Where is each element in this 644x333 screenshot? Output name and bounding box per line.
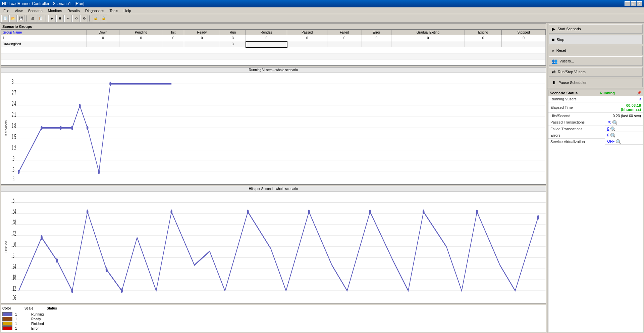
minimize-button[interactable]: ─ xyxy=(625,1,630,6)
reset-button[interactable]: « Reset xyxy=(549,46,643,55)
col-init: Init xyxy=(163,30,184,35)
status-val-service-virtualization[interactable]: OFF xyxy=(607,139,614,143)
svg-text:2.1: 2.1 xyxy=(12,111,16,118)
run-stop-label: Run/Stop Vusers... xyxy=(558,70,589,74)
chart2-body: Hits/Sec xyxy=(1,192,546,302)
menu-tools[interactable]: Tools xyxy=(108,8,120,13)
scenario-groups-title: Scenario Groups xyxy=(1,24,546,30)
status-val-failed-transactions[interactable]: 0 xyxy=(607,127,609,131)
status-row-elapsed-time: Elapsed Time 00:03:18 (hh:mm:ss) xyxy=(548,102,643,113)
svg-point-20 xyxy=(41,126,43,130)
scenario-groups-panel: Scenario Groups Group Name Down Pending … xyxy=(1,23,546,66)
scenario-groups-table: Group Name Down Pending Init Ready Run R… xyxy=(1,30,546,65)
menu-view[interactable]: View xyxy=(13,8,25,13)
menu-scenario[interactable]: Scenario xyxy=(26,8,44,13)
svg-text:.24: .24 xyxy=(12,262,16,271)
play-icon: ▶ xyxy=(552,26,555,32)
svg-point-22 xyxy=(71,126,73,130)
svg-text:1.8: 1.8 xyxy=(12,122,16,129)
vusers-label: Vusers... xyxy=(559,59,574,63)
svg-point-58 xyxy=(537,215,539,220)
svg-text:2.7: 2.7 xyxy=(12,89,16,96)
status-label-elapsed-time: Elapsed Time xyxy=(548,102,605,113)
svg-point-46 xyxy=(41,235,43,240)
svg-point-49 xyxy=(87,209,89,214)
status-label-errors: Errors xyxy=(548,132,605,138)
legend-scale-ready: 1 xyxy=(15,317,29,321)
pause-icon: ⏸ xyxy=(552,80,556,85)
status-row-hits-second: Hits/Second 0.23 (last 60 sec) xyxy=(548,113,643,119)
stop-button[interactable]: ■ Stop xyxy=(549,35,643,44)
status-table: Running Vusers 3 Elapsed Time 00:03:18 (… xyxy=(548,96,643,145)
menu-help[interactable]: Help xyxy=(121,8,133,13)
svg-point-54 xyxy=(308,209,310,214)
left-panel: Scenario Groups Group Name Down Pending … xyxy=(0,23,547,333)
close-button[interactable]: ✕ xyxy=(637,1,642,6)
toolbar-btn5[interactable]: 📋 xyxy=(37,15,44,22)
toolbar-new[interactable]: 📄 xyxy=(1,15,9,22)
table-row xyxy=(1,59,546,65)
running-vusers-chart: Running Vusers - whole scenario # of Vus… xyxy=(1,67,546,185)
svg-point-57 xyxy=(476,209,478,214)
status-label-service-virtualization: Service Virtualization xyxy=(548,138,605,145)
svg-text:1.2: 1.2 xyxy=(12,144,16,151)
legend-color-finished xyxy=(2,322,12,326)
charts-area: Running Vusers - whole scenario # of Vus… xyxy=(0,66,547,333)
toolbar-btn9[interactable]: ⟲ xyxy=(72,15,80,22)
menu-results[interactable]: Results xyxy=(65,8,82,13)
status-panel-title: Scenario Status xyxy=(550,91,578,95)
pin-icon[interactable]: 📌 xyxy=(637,91,642,95)
status-val-passed-transactions[interactable]: 70 xyxy=(607,120,611,124)
legend-status-ready: Ready xyxy=(31,317,41,321)
toolbar-btn4[interactable]: 🖨 xyxy=(29,15,36,22)
svg-text:.6: .6 xyxy=(12,196,14,204)
svg-point-50 xyxy=(106,268,108,272)
vusers-button[interactable]: 👥 Vusers... xyxy=(549,56,643,66)
legend-color-error xyxy=(2,326,12,330)
app-title: HP LoadRunner Controller - Scenario1 - [… xyxy=(2,1,84,6)
toolbar-btn11[interactable]: 🔒 xyxy=(92,15,99,22)
start-scenario-button[interactable]: ▶ Start Scenario xyxy=(549,24,643,34)
svg-text:.48: .48 xyxy=(12,218,16,227)
stop-icon: ■ xyxy=(552,37,554,42)
search-errors-icon[interactable]: 🔍 xyxy=(610,133,614,137)
status-row-errors: Errors 0 🔍 xyxy=(548,132,643,138)
maximize-button[interactable]: □ xyxy=(631,1,636,6)
status-val-errors[interactable]: 0 xyxy=(607,133,609,137)
menu-diagnostics[interactable]: Diagnostics xyxy=(83,8,106,13)
legend-col-color: Color xyxy=(2,306,11,310)
reset-icon: « xyxy=(552,48,554,53)
stop-label: Stop xyxy=(556,38,564,42)
table-row xyxy=(1,47,546,53)
svg-point-26 xyxy=(109,82,111,86)
toolbar-btn7[interactable]: ⏹ xyxy=(56,15,64,22)
toolbar-save[interactable]: 💾 xyxy=(17,15,25,22)
legend-scale-finished: 1 xyxy=(15,322,29,326)
status-label-passed-transactions: Passed Transactions xyxy=(548,119,605,126)
col-failed: Failed xyxy=(327,30,362,35)
legend-status-finished: Finished xyxy=(31,322,44,326)
toolbar-btn12[interactable]: 🔓 xyxy=(100,15,107,22)
run-stop-vusers-button[interactable]: ⇄ Run/Stop Vusers... xyxy=(549,67,643,77)
svg-point-24 xyxy=(87,126,89,130)
legend-status-running: Running xyxy=(31,313,44,316)
toolbar-btn8[interactable]: ↩ xyxy=(64,15,72,22)
vusers-icon: 👥 xyxy=(552,58,557,64)
menu-bar: File View Scenario Monitors Results Diag… xyxy=(0,7,644,14)
toolbar-btn10[interactable]: ⚙ xyxy=(80,15,88,22)
col-error: Error xyxy=(362,30,391,35)
toolbar-open[interactable]: 📂 xyxy=(9,15,17,22)
col-rendez: Rendez xyxy=(246,30,287,35)
toolbar-btn6[interactable]: ▶ xyxy=(48,15,56,22)
search-failed-icon[interactable]: 🔍 xyxy=(610,127,614,131)
search-sv-icon[interactable]: 🔍 xyxy=(616,139,620,143)
status-val-running-vusers: 3 xyxy=(639,97,641,101)
legend-col-status: Status xyxy=(47,306,57,310)
right-panel: ▶ Start Scenario ■ Stop « Reset 👥 Vusers… xyxy=(547,23,644,333)
search-passed-icon[interactable]: 🔍 xyxy=(612,120,616,124)
menu-file[interactable]: File xyxy=(1,8,11,13)
pause-scheduler-button[interactable]: ⏸ Pause Scheduler xyxy=(549,78,643,87)
svg-text:2.4: 2.4 xyxy=(12,100,16,107)
menu-monitors[interactable]: Monitors xyxy=(46,8,64,13)
table-row xyxy=(1,53,546,59)
